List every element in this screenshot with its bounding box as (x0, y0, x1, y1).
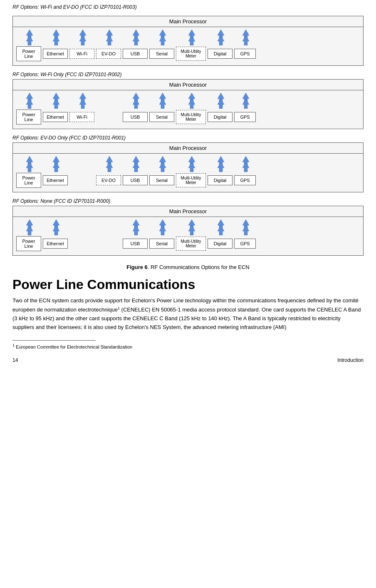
page-footer: 14 Introduction (12, 357, 364, 363)
arrow-multiutil-3 (176, 156, 208, 172)
comp-powerline-4: Power Line (16, 236, 41, 251)
arrow-digital-2 (208, 93, 234, 109)
arrow-gps-4 (234, 219, 257, 235)
svg-marker-55 (133, 225, 139, 235)
comp-ethernet-3: Ethernet (43, 175, 68, 185)
svg-marker-63 (242, 225, 249, 235)
diag4-section-label: RF Options: None (FCC ID IZP70101-R000) (12, 198, 364, 204)
diagram-4-section: Main Processor Power Line Ethernet USB S… (12, 206, 364, 256)
svg-marker-21 (53, 99, 59, 109)
footnote-text: European Committee for Electrotechnical … (16, 344, 132, 349)
arrow-digital-3 (208, 156, 234, 172)
comp-wifi-1: Wi-Fi (69, 49, 94, 59)
arrow-gps-2 (234, 93, 257, 109)
comp-powerline-2: Power Line (16, 110, 41, 125)
svg-marker-17 (242, 35, 249, 45)
diag1-title: Main Processor (13, 16, 363, 27)
comp-powerline-3: Power Line (16, 173, 41, 188)
comp-usb-1: USB (123, 49, 148, 59)
svg-marker-25 (133, 99, 139, 109)
arrow-evdo-3 (96, 156, 123, 172)
comp-serial-1: Serial (149, 49, 174, 59)
svg-marker-9 (133, 35, 139, 45)
arrow-serial-1 (149, 30, 176, 45)
diagram-3-section: Main Processor Power Line Ethernet EV-DO… (12, 142, 364, 192)
svg-marker-33 (242, 99, 249, 109)
comp-evdo-3: EV-DO (96, 175, 121, 185)
comp-ethernet-2: Ethernet (43, 112, 68, 122)
svg-marker-53 (53, 225, 59, 235)
arrow-multiutil-2 (176, 93, 208, 109)
arrow-ethernet-3 (43, 156, 69, 172)
arrow-wifi-1 (69, 30, 96, 45)
comp-digital-2: Digital (208, 112, 233, 122)
arrow-ethernet-1 (43, 30, 69, 45)
arrow-gps-3 (234, 156, 257, 172)
diag3-container: Main Processor Power Line Ethernet EV-DO… (12, 142, 364, 192)
diag2-container: Main Processor Power Line Ethernet Wi-Fi… (12, 79, 364, 129)
comp-multiutil-1: Multi-UtilityMeter (176, 47, 206, 61)
comp-digital-3: Digital (208, 175, 233, 185)
svg-marker-35 (26, 162, 33, 172)
comp-multiutil-3: Multi-UtilityMeter (176, 173, 206, 187)
arrow-ethernet-2 (43, 93, 69, 109)
arrow-multiutil-4 (176, 219, 208, 235)
comp-serial-2: Serial (149, 112, 174, 122)
comp-ethernet-1: Ethernet (43, 49, 68, 59)
diag3-section-label: RF Options: EV-DO Only (FCC ID IZP70101-… (12, 135, 364, 141)
arrow-powerline-3 (16, 156, 43, 172)
arrow-digital-1 (208, 30, 234, 45)
arrow-serial-2 (149, 93, 176, 109)
footnote-divider (12, 340, 96, 341)
arrow-powerline-1 (16, 30, 43, 45)
svg-marker-37 (53, 162, 59, 172)
comp-digital-4: Digital (208, 239, 233, 249)
svg-marker-19 (26, 99, 33, 109)
arrow-serial-3 (149, 156, 176, 172)
figure-caption: Figure 6. RF Communications Options for … (12, 264, 364, 270)
comp-evdo-1: EV-DO (96, 49, 121, 59)
comp-multiutil-4: Multi-UtilityMeter (176, 237, 206, 251)
arrow-usb-3 (123, 156, 149, 172)
arrow-digital-4 (208, 219, 234, 235)
svg-marker-5 (79, 35, 86, 45)
arrow-multiutil-1 (176, 30, 208, 45)
svg-marker-57 (159, 225, 166, 235)
footnote: 1 European Committee for Electrotechnica… (12, 343, 364, 349)
svg-marker-47 (218, 162, 224, 172)
svg-marker-49 (242, 162, 249, 172)
svg-marker-27 (159, 99, 166, 109)
svg-marker-31 (218, 99, 224, 109)
comp-usb-4: USB (123, 239, 148, 249)
comp-wifi-2: Wi-Fi (69, 112, 94, 122)
footer-page-number: 14 (12, 357, 18, 363)
footer-section-name: Introduction (337, 357, 364, 363)
svg-marker-23 (79, 99, 86, 109)
diagram-1-section: Main Processor (12, 16, 364, 66)
comp-serial-3: Serial (149, 175, 174, 185)
svg-marker-51 (26, 225, 33, 235)
arrow-evdo-1 (96, 30, 123, 45)
svg-marker-43 (159, 162, 166, 172)
diag4-title: Main Processor (13, 206, 363, 217)
svg-marker-59 (188, 225, 195, 235)
svg-marker-29 (188, 99, 195, 109)
body-text: Two of the ECN system cards provide supp… (12, 296, 364, 332)
comp-multiutil-2: Multi-UtilityMeter (176, 110, 206, 124)
arrow-usb-4 (123, 219, 149, 235)
svg-marker-13 (188, 35, 195, 45)
arrow-ethernet-4 (43, 219, 69, 235)
arrow-powerline-2 (16, 93, 43, 109)
arrow-powerline-4 (16, 219, 43, 235)
svg-marker-7 (106, 35, 113, 45)
comp-usb-2: USB (123, 112, 148, 122)
svg-marker-11 (159, 35, 166, 45)
svg-marker-15 (218, 35, 224, 45)
svg-marker-41 (133, 162, 139, 172)
figure-caption-bold: Figure 6 (126, 264, 148, 270)
arrow-usb-1 (123, 30, 149, 45)
diag2-title: Main Processor (13, 80, 363, 90)
comp-gps-2: GPS (234, 112, 256, 122)
page-header: RF Options: Wi-Fi and EV-DO (FCC ID IZP7… (12, 4, 364, 10)
comp-gps-1: GPS (234, 49, 256, 59)
